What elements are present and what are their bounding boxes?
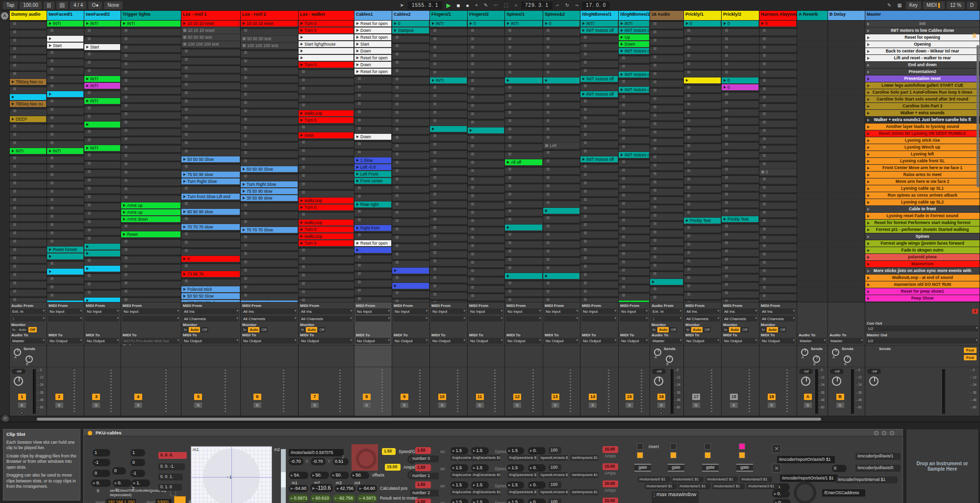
clip[interactable] (505, 77, 542, 83)
clip[interactable]: Startpos (392, 27, 429, 33)
clip-slot[interactable] (684, 144, 721, 151)
clip-stop-button[interactable] (50, 108, 53, 111)
clip-slot[interactable] (468, 29, 504, 36)
clip-stop-button[interactable] (13, 190, 16, 193)
clip-slot[interactable] (722, 258, 759, 265)
address-field[interactable]: 53001 (156, 499, 172, 503)
clip[interactable]: Front center (354, 178, 391, 184)
clip-slot[interactable] (684, 268, 721, 275)
clip-slot[interactable] (759, 219, 797, 226)
clip-slot[interactable] (392, 261, 429, 268)
quantize-menu[interactable]: None (104, 1, 123, 9)
clip-slot[interactable] (47, 223, 84, 230)
clip-slot[interactable] (10, 223, 47, 230)
clip-stop-button[interactable] (547, 168, 550, 171)
clip-slot[interactable] (650, 239, 683, 246)
clip[interactable] (543, 208, 579, 214)
clip-stop-button[interactable] (653, 272, 656, 275)
scene[interactable]: Caroline Solo Start solo sound after 3rd… (865, 96, 980, 103)
clip-slot[interactable] (121, 171, 181, 177)
clip-slot[interactable] (468, 152, 504, 159)
clip-play-icon[interactable] (301, 63, 303, 66)
clip-stop-button[interactable] (13, 223, 16, 226)
clip-slot[interactable] (299, 174, 354, 181)
clip-stop-button[interactable] (622, 120, 625, 123)
clip-slot[interactable] (505, 46, 543, 52)
clip[interactable]: INTI (430, 77, 467, 83)
clip-slot[interactable] (10, 248, 47, 255)
clip-play-icon[interactable] (86, 77, 89, 80)
clip-play-icon[interactable] (356, 249, 359, 252)
clip-stop-button[interactable] (584, 100, 587, 102)
clip-stop-button[interactable] (471, 244, 474, 247)
clip-slot[interactable] (47, 36, 84, 43)
clip-stop-button[interactable] (13, 248, 16, 251)
clip-slot[interactable] (468, 112, 504, 119)
clip-slot[interactable] (619, 103, 650, 110)
clip-stop-button[interactable] (763, 177, 766, 180)
clip-slot[interactable] (468, 236, 504, 243)
clip-slot[interactable] (619, 260, 650, 267)
clip-stop-button[interactable] (547, 159, 550, 162)
clip-stop-button[interactable] (622, 277, 625, 280)
clip-play-icon[interactable] (301, 134, 303, 137)
clip-stop-button[interactable] (396, 86, 399, 89)
clip-stop-button[interactable] (13, 273, 16, 276)
clip-play-icon[interactable] (686, 219, 688, 222)
clip-slot[interactable] (722, 71, 759, 77)
clip-stop-button[interactable] (433, 159, 436, 162)
scene-play-icon[interactable] (867, 50, 870, 53)
clip-slot[interactable] (241, 59, 298, 66)
clip-stop-button[interactable] (358, 110, 361, 113)
clip-slot[interactable] (828, 199, 865, 206)
monitor-auto-button[interactable]: Auto (657, 327, 669, 332)
clip-stop-button[interactable] (50, 116, 53, 119)
float-box[interactable]: 1. (131, 479, 150, 487)
invert-toggle[interactable] (670, 443, 677, 450)
clip-slot[interactable]: INTI (84, 76, 121, 83)
clip-stop-button[interactable] (50, 231, 53, 234)
clip[interactable]: Arms down (121, 216, 180, 222)
solo-button[interactable]: S (18, 402, 26, 408)
track-header[interactable]: Fingers/1 (430, 11, 467, 21)
clip-stop-button[interactable] (763, 71, 766, 74)
clip-stop-button[interactable] (622, 128, 625, 131)
clip-slot[interactable] (468, 54, 504, 61)
clip-slot[interactable]: INTI (121, 21, 181, 27)
clip-stop-button[interactable] (653, 39, 656, 42)
clip-stop-button[interactable] (547, 241, 550, 244)
clip-slot[interactable] (797, 268, 828, 275)
clip-stop-button[interactable] (125, 187, 127, 190)
clip-stop-button[interactable] (687, 46, 690, 49)
clip-stop-button[interactable] (763, 37, 766, 40)
number-box[interactable]: -0.70 (289, 458, 303, 465)
solo-button[interactable]: S (92, 402, 100, 408)
clip-slot[interactable] (505, 144, 543, 151)
clip-stop-button[interactable] (547, 29, 550, 32)
osc-message[interactable]: /trajSpeed/axis $1 (507, 472, 537, 478)
clip-stop-button[interactable] (302, 274, 305, 277)
clip-stop-button[interactable] (725, 109, 728, 112)
clip[interactable] (47, 91, 83, 97)
post-toggle-0[interactable]: Post (964, 348, 977, 353)
clip-stop-button[interactable] (508, 111, 511, 114)
clip-slot[interactable] (392, 291, 429, 298)
clip-slot[interactable]: 100 100 100 test (241, 43, 298, 50)
clip-slot[interactable] (650, 230, 683, 237)
clip-stop-button[interactable] (88, 69, 91, 72)
clip-slot[interactable] (543, 168, 580, 175)
clip-play-icon[interactable] (243, 183, 245, 186)
clip-slot[interactable] (84, 178, 121, 185)
clip-stop-button[interactable] (396, 252, 399, 255)
clip-stop-button[interactable] (50, 165, 53, 168)
clip[interactable]: walkLoop (299, 233, 353, 239)
clip-stop-button[interactable] (125, 179, 127, 182)
clip-play-icon[interactable] (123, 218, 126, 221)
clip-slot[interactable] (650, 155, 683, 162)
send-a-knob[interactable]: A (654, 349, 661, 356)
message-box[interactable]: 0. 0. 1. (158, 474, 183, 480)
clip-slot[interactable] (543, 273, 580, 280)
clip-stop-button[interactable] (508, 144, 511, 147)
clip-slot[interactable] (759, 154, 797, 161)
scene-play-icon[interactable] (867, 187, 870, 190)
